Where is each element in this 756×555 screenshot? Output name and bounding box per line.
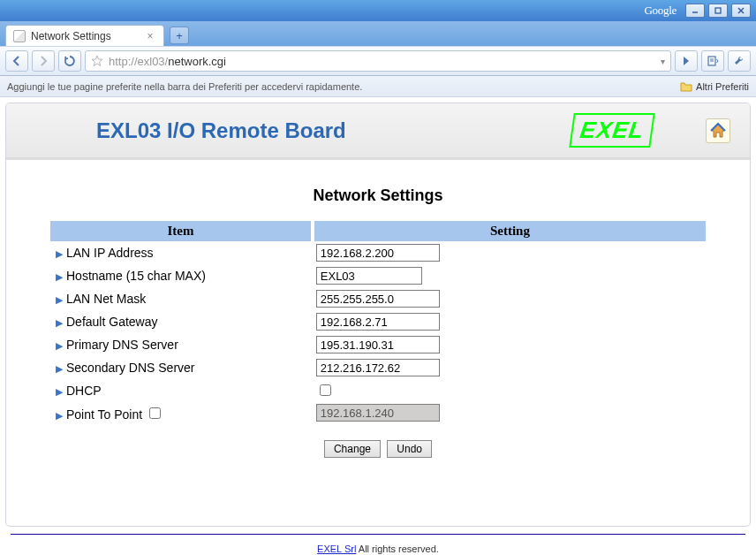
input-dns1[interactable]: [316, 336, 440, 354]
address-path: network.cgi: [168, 55, 226, 68]
svg-rect-1: [715, 8, 721, 13]
row-netmask: ▶LAN Net Mask: [50, 287, 706, 310]
page-menu-button[interactable]: [701, 50, 724, 72]
window-minimize-button[interactable]: [685, 4, 705, 18]
board-title: EXL03 I/O Remote Board: [26, 118, 571, 143]
bullet-icon: ▶: [56, 248, 63, 260]
address-dropdown-icon[interactable]: ▾: [661, 57, 665, 66]
bullet-icon: ▶: [56, 386, 63, 398]
settings-table: Item Setting ▶LAN IP Address ▶Hostname (…: [50, 221, 706, 424]
bullet-icon: ▶: [56, 363, 63, 375]
row-ptp: ▶Point To Point: [50, 401, 706, 424]
label-dns2: Secondary DNS Server: [66, 361, 195, 375]
address-host: http://exl03/: [109, 55, 168, 68]
row-hostname: ▶Hostname (15 char MAX): [50, 264, 706, 287]
input-dns2[interactable]: [316, 359, 440, 376]
home-icon: [709, 122, 727, 140]
google-wordmark: Google: [645, 4, 677, 18]
folder-icon: [680, 81, 692, 92]
checkbox-ptp[interactable]: [149, 407, 161, 419]
row-gateway: ▶Default Gateway: [50, 310, 706, 333]
undo-button[interactable]: Undo: [387, 440, 432, 458]
bookmark-star-icon[interactable]: [91, 55, 103, 67]
change-button[interactable]: Change: [324, 440, 381, 458]
input-lan-ip[interactable]: [316, 244, 440, 262]
bookmark-bar: Aggiungi le tue pagine preferite nella b…: [0, 76, 756, 97]
tab-strip: Network Settings × +: [0, 21, 756, 46]
back-button[interactable]: [5, 50, 28, 72]
window-titlebar: Google: [0, 0, 756, 21]
address-url: http://exl03/network.cgi: [109, 55, 226, 68]
bullet-icon: ▶: [56, 271, 63, 283]
label-dns1: Primary DNS Server: [66, 338, 178, 352]
label-hostname: Hostname (15 char MAX): [66, 269, 206, 283]
label-netmask: LAN Net Mask: [66, 292, 146, 306]
bullet-icon: ▶: [56, 294, 63, 306]
label-gateway: Default Gateway: [66, 315, 158, 329]
input-ptp: [316, 404, 440, 422]
page-header: EXL03 I/O Remote Board EXEL: [6, 103, 750, 160]
page-icon: [13, 30, 26, 42]
bookmark-hint-text: Aggiungi le tue pagine preferite nella b…: [7, 81, 362, 92]
tab-close-button[interactable]: ×: [144, 30, 156, 42]
row-dns2: ▶Secondary DNS Server: [50, 356, 706, 379]
bullet-icon: ▶: [56, 340, 63, 352]
bullet-icon: ▶: [56, 317, 63, 329]
new-tab-button[interactable]: +: [170, 27, 189, 44]
page-frame: EXL03 I/O Remote Board EXEL Network Sett…: [5, 103, 751, 527]
home-button[interactable]: [706, 118, 730, 143]
browser-toolbar: http://exl03/network.cgi ▾: [0, 46, 756, 76]
window-close-button[interactable]: [731, 4, 751, 18]
label-dhcp: DHCP: [66, 384, 102, 398]
row-dns1: ▶Primary DNS Server: [50, 333, 706, 356]
page-viewport: EXL03 I/O Remote Board EXEL Network Sett…: [0, 97, 756, 555]
bullet-icon: ▶: [56, 410, 63, 422]
wrench-menu-button[interactable]: [728, 50, 751, 72]
row-dhcp: ▶DHCP: [50, 379, 706, 401]
window-maximize-button[interactable]: [708, 4, 728, 18]
tab-title: Network Settings: [31, 30, 111, 42]
label-lan-ip: LAN IP Address: [66, 246, 154, 260]
input-netmask[interactable]: [316, 290, 440, 308]
page-heading: Network Settings: [50, 186, 706, 205]
footer-link[interactable]: EXEL Srl: [317, 544, 356, 554]
footer: EXEL Srl All rights reserved.: [5, 535, 751, 555]
other-bookmarks-label: Altri Preferiti: [696, 81, 749, 92]
address-bar[interactable]: http://exl03/network.cgi ▾: [85, 50, 671, 72]
input-hostname[interactable]: [316, 267, 422, 285]
other-bookmarks-button[interactable]: Altri Preferiti: [680, 81, 749, 92]
checkbox-dhcp[interactable]: [320, 384, 331, 396]
label-ptp: Point To Point: [66, 407, 142, 422]
column-header-setting: Setting: [313, 221, 706, 241]
go-button[interactable]: [675, 50, 698, 72]
footer-text: All rights reserved.: [356, 544, 439, 554]
exel-logo: EXEL: [569, 113, 654, 148]
reload-button[interactable]: [58, 50, 81, 72]
forward-button[interactable]: [32, 50, 55, 72]
column-header-item: Item: [50, 221, 313, 241]
row-lan-ip: ▶LAN IP Address: [50, 241, 706, 264]
input-gateway[interactable]: [316, 313, 440, 331]
tab-network-settings[interactable]: Network Settings ×: [5, 25, 164, 46]
